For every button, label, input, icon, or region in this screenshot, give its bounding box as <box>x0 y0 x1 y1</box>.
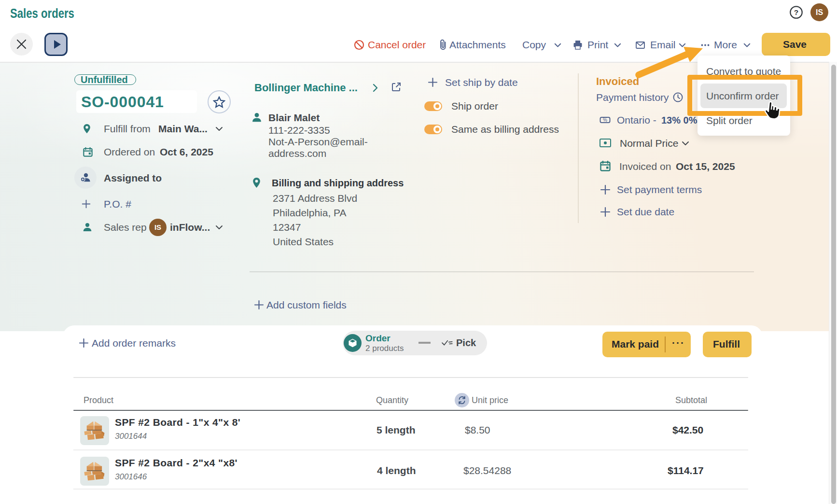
svg-text:%: % <box>603 117 607 123</box>
svg-text:?: ? <box>794 8 798 16</box>
